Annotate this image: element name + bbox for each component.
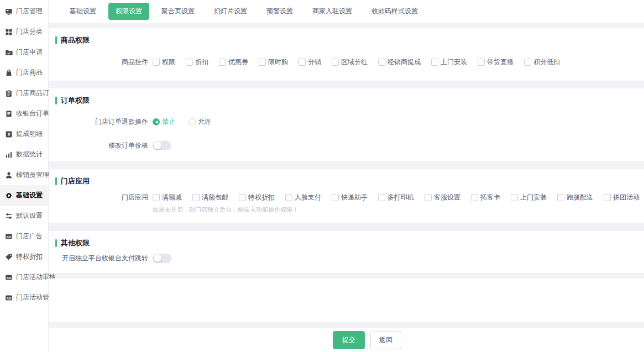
checkbox-label: 带货直播 xyxy=(487,57,514,67)
checkbox-option[interactable]: 人脸支付 xyxy=(285,193,321,202)
refund-operation-label: 门店订单退款操作 xyxy=(49,117,148,127)
checkbox-option[interactable]: 积分抵扣 xyxy=(524,57,560,67)
radio-label: 允许 xyxy=(198,117,211,127)
gear-icon xyxy=(5,192,13,199)
checkbox-option[interactable]: 客服设置 xyxy=(425,193,460,202)
section-title: 订单权限 xyxy=(49,88,644,106)
store-apps-label: 门店应用 xyxy=(49,193,148,202)
tab[interactable]: 收款码样式设置 xyxy=(364,3,425,20)
submit-button[interactable]: 提交 xyxy=(333,331,365,349)
sidebar-item[interactable]: 门店商品订单 xyxy=(0,83,48,103)
checkbox-icon xyxy=(186,59,193,66)
section-store-apps: 门店应用 门店应用 满额减 满额包邮 xyxy=(49,169,644,222)
tab[interactable]: 权限设置 xyxy=(108,3,149,20)
section-title: 门店应用 xyxy=(49,169,644,186)
sidebar-item-label: 收银台订单 xyxy=(16,109,49,118)
checkbox-option[interactable]: 特权折扣 xyxy=(239,193,275,202)
modify-price-toggle[interactable] xyxy=(153,141,171,150)
sidebar-item[interactable]: ¥ 提成明细 xyxy=(0,124,48,144)
checkbox-icon xyxy=(478,59,485,66)
checkbox-option[interactable]: 权限 xyxy=(153,57,175,67)
tab[interactable]: 基础设置 xyxy=(62,3,103,20)
checkbox-option[interactable]: 分销 xyxy=(299,57,321,67)
category-grid-icon xyxy=(5,28,13,36)
checkbox-icon xyxy=(332,194,339,201)
checkbox-option[interactable]: 优惠券 xyxy=(219,57,248,67)
radio-option[interactable]: 允许 xyxy=(189,117,211,127)
sidebar-item[interactable]: 特权折扣 xyxy=(0,246,48,267)
ad-badge-icon: AD xyxy=(5,233,13,240)
checkbox-option[interactable]: 拓客卡 xyxy=(471,193,500,202)
checkbox-label: 优惠券 xyxy=(228,57,248,67)
sidebar-item[interactable]: 门店申请 xyxy=(0,42,48,62)
checkbox-label: 拓客卡 xyxy=(480,193,500,202)
sidebar-item[interactable]: 收银台订单 xyxy=(0,103,48,124)
sidebar-item[interactable]: 默认设置 xyxy=(0,206,48,226)
checkbox-icon xyxy=(557,194,564,201)
tab-label: 收款码样式设置 xyxy=(371,7,418,15)
checkbox-icon xyxy=(425,194,432,201)
tab-label: 商家入驻设置 xyxy=(312,7,352,15)
title-accent-bar xyxy=(55,177,57,185)
checkbox-icon xyxy=(524,59,531,66)
checkbox-option[interactable]: 限时购 xyxy=(259,57,288,67)
sidebar-item[interactable]: 数据统计 xyxy=(0,144,48,165)
sidebar-item[interactable]: 门店管理 xyxy=(0,1,48,22)
sidebar-item-label: 门店申请 xyxy=(16,48,43,57)
checkbox-option[interactable]: 跑腿配送 xyxy=(557,193,593,202)
sidebar-item[interactable]: 门店商品 xyxy=(0,62,48,83)
checkbox-option[interactable]: 上门安装 xyxy=(431,57,467,67)
receipt-icon xyxy=(5,110,13,118)
tab[interactable]: 幻灯片设置 xyxy=(207,3,254,20)
sidebar-item-label: 核销员管理 xyxy=(16,170,49,180)
tab[interactable]: 商家入驻设置 xyxy=(305,3,359,20)
product-widget-checkboxes: 权限 折扣 优惠券 xyxy=(153,57,560,67)
checkbox-option[interactable]: 区域分红 xyxy=(332,57,368,67)
checkbox-option[interactable]: 拼团活动 xyxy=(604,193,640,202)
checkbox-label: 快递助手 xyxy=(341,193,368,202)
checkbox-icon xyxy=(153,194,160,201)
checkbox-option[interactable]: 满额包邮 xyxy=(192,193,228,202)
store-manage-icon xyxy=(5,8,13,15)
section-order-permission: 订单权限 门店订单退款操作 禁止 允许 xyxy=(49,88,644,162)
sidebar-item[interactable]: 基础设置 xyxy=(0,185,48,206)
tab-label: 权限设置 xyxy=(116,7,142,15)
checkbox-option[interactable]: 经销商提成 xyxy=(378,57,421,67)
sidebar-item[interactable]: AD 门店活动管理 xyxy=(0,287,48,308)
bar-chart-icon xyxy=(5,151,13,159)
checkbox-icon xyxy=(378,59,385,66)
checkbox-option[interactable]: 上门安装 xyxy=(511,193,547,202)
section-title: 其他权限 xyxy=(49,231,644,248)
checkbox-option[interactable]: 满额减 xyxy=(153,193,182,202)
checkbox-icon xyxy=(332,59,339,66)
sidebar-item-label: 数据统计 xyxy=(16,150,43,159)
checkbox-option[interactable]: 折扣 xyxy=(186,57,208,67)
cashier-jump-toggle[interactable] xyxy=(153,254,171,263)
tab-label: 聚合页设置 xyxy=(161,7,195,15)
back-button[interactable]: 返回 xyxy=(370,331,401,349)
sidebar-item[interactable]: 核销员管理 xyxy=(0,165,48,185)
checkbox-option[interactable]: 多打印机 xyxy=(378,193,414,202)
radio-icon xyxy=(189,118,196,125)
sidebar-item[interactable]: AD 门店活动审核 xyxy=(0,267,48,287)
tab-label: 基础设置 xyxy=(70,7,96,15)
checkbox-label: 区域分红 xyxy=(341,57,368,67)
checkbox-option[interactable]: 快递助手 xyxy=(332,193,368,202)
radio-option[interactable]: 禁止 xyxy=(153,117,175,127)
tab[interactable]: 预警设置 xyxy=(259,3,300,20)
checkbox-label: 限时购 xyxy=(268,57,288,67)
checkbox-label: 多打印机 xyxy=(388,193,414,202)
checkbox-label: 权限 xyxy=(162,57,175,67)
sidebar-item-label: 门店分类 xyxy=(16,27,43,36)
checkbox-label: 折扣 xyxy=(195,57,208,67)
checkbox-label: 积分抵扣 xyxy=(533,57,560,67)
checkbox-option[interactable]: 带货直播 xyxy=(478,57,514,67)
title-accent-bar xyxy=(55,36,57,44)
clipboard-icon xyxy=(5,90,13,97)
sidebar-item-label: 默认设置 xyxy=(16,211,43,220)
tab[interactable]: 聚合页设置 xyxy=(154,3,202,20)
checkbox-icon xyxy=(192,194,200,201)
sidebar-item[interactable]: 门店分类 xyxy=(0,22,48,42)
sidebar-item[interactable]: AD 门店广告 xyxy=(0,226,48,246)
product-widget-label: 商品挂件 xyxy=(49,57,148,67)
